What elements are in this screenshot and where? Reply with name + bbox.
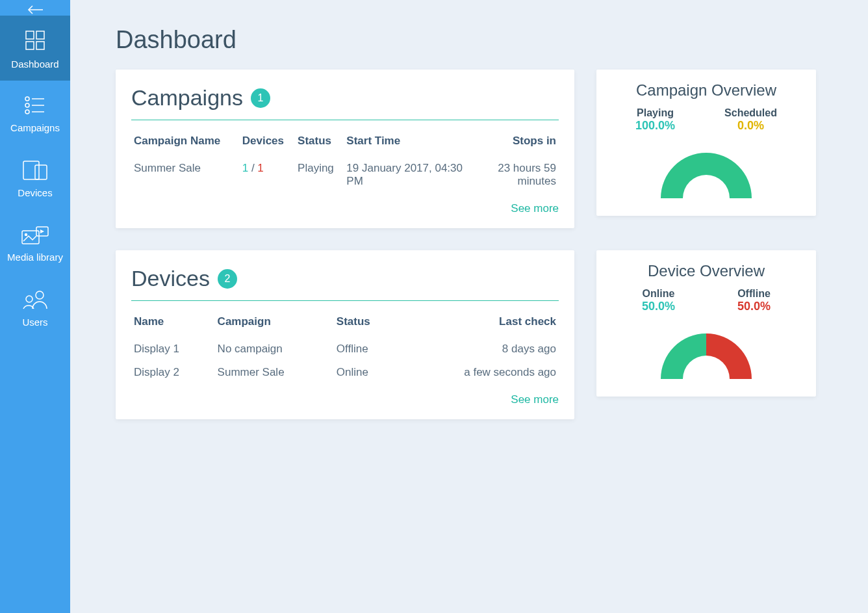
stat-value: 50.0% <box>642 300 675 313</box>
campaign-overview-title: Campaign Overview <box>611 81 802 99</box>
campaigns-header: Campaigns 1 <box>131 85 559 120</box>
stat-scheduled: Scheduled 0.0% <box>724 107 777 133</box>
gauge-chart-icon <box>651 143 761 202</box>
cell-last-check: a few seconds ago <box>398 361 559 384</box>
media-icon <box>19 224 51 246</box>
stat-label: Playing <box>635 107 675 119</box>
users-icon <box>21 289 49 311</box>
devices-total: 1 <box>257 162 263 174</box>
see-more-link[interactable]: See more <box>511 393 559 406</box>
sidebar-item-label: Devices <box>18 187 52 198</box>
row-campaigns: Campaigns 1 Campaign Name Devices Status… <box>116 70 823 228</box>
grid-icon <box>22 27 48 53</box>
svg-marker-16 <box>40 229 44 233</box>
table-header-row: Name Campaign Status Last check <box>131 310 559 337</box>
device-overview-stats: Online 50.0% Offline 50.0% <box>611 288 802 313</box>
svg-point-17 <box>36 291 44 299</box>
device-overview-card: Device Overview Online 50.0% Offline 50.… <box>596 250 816 397</box>
page-title: Dashboard <box>116 26 823 54</box>
table-row[interactable]: Summer Sale 1 / 1 Playing 19 January 201… <box>131 157 559 193</box>
cell-status: Offline <box>334 337 398 361</box>
cell-campaign-name: Summer Sale <box>131 157 240 193</box>
sidebar-item-media-library[interactable]: Media library <box>0 211 70 276</box>
gauge-chart-icon <box>651 324 761 382</box>
col-stops-in: Stops in <box>466 129 559 157</box>
campaign-overview-card: Campaign Overview Playing 100.0% Schedul… <box>596 70 816 216</box>
cell-devices: 1 / 1 <box>240 157 295 193</box>
svg-rect-2 <box>36 31 44 39</box>
stat-value: 50.0% <box>737 300 771 313</box>
svg-point-5 <box>25 97 29 101</box>
cell-status: Playing <box>295 157 344 193</box>
campaigns-card: Campaigns 1 Campaign Name Devices Status… <box>116 70 574 228</box>
svg-rect-3 <box>26 42 34 49</box>
sidebar-item-label: Dashboard <box>11 59 58 70</box>
sidebar-item-label: Campaigns <box>10 122 60 133</box>
stat-value: 100.0% <box>635 119 675 133</box>
svg-rect-4 <box>36 42 44 49</box>
sidebar-item-users[interactable]: Users <box>0 276 70 341</box>
devices-see-more: See more <box>131 393 559 406</box>
svg-rect-12 <box>35 165 47 179</box>
campaigns-title: Campaigns <box>131 85 243 111</box>
list-icon <box>22 94 48 117</box>
campaign-overview-gauge <box>611 143 802 202</box>
table-row[interactable]: Display 1No campaignOffline8 days ago <box>131 337 559 361</box>
svg-rect-11 <box>23 161 39 179</box>
col-campaign-name: Campaign Name <box>131 129 240 157</box>
sidebar-item-campaigns[interactable]: Campaigns <box>0 81 70 146</box>
table-header-row: Campaign Name Devices Status Start Time … <box>131 129 559 157</box>
cell-stops-in: 23 hours 59 minutes <box>466 157 559 193</box>
stat-label: Scheduled <box>724 107 777 119</box>
col-status: Status <box>334 310 398 337</box>
device-overview-gauge <box>611 324 802 382</box>
stat-playing: Playing 100.0% <box>635 107 675 133</box>
devices-table: Name Campaign Status Last check Display … <box>131 310 559 384</box>
devices-icon <box>21 159 49 182</box>
stat-offline: Offline 50.0% <box>737 288 771 313</box>
campaigns-table: Campaign Name Devices Status Start Time … <box>131 129 559 193</box>
svg-rect-1 <box>26 31 34 39</box>
sidebar-item-dashboard[interactable]: Dashboard <box>0 16 70 81</box>
sidebar: Dashboard Campaigns Devices <box>0 0 70 613</box>
col-start-time: Start Time <box>344 129 466 157</box>
main-content: Dashboard Campaigns 1 Campaign Name Devi… <box>70 0 868 613</box>
col-devices: Devices <box>240 129 295 157</box>
col-name: Name <box>131 310 215 337</box>
col-last-check: Last check <box>398 310 559 337</box>
svg-point-7 <box>25 103 29 107</box>
cell-campaign: Summer Sale <box>215 361 334 384</box>
campaigns-see-more: See more <box>131 202 559 215</box>
row-devices: Devices 2 Name Campaign Status Last chec… <box>116 250 823 419</box>
svg-point-18 <box>26 296 32 302</box>
table-row[interactable]: Display 2Summer SaleOnlinea few seconds … <box>131 361 559 384</box>
campaigns-count-badge: 1 <box>251 88 270 108</box>
back-button[interactable] <box>0 0 70 16</box>
cell-start-time: 19 January 2017, 04:30 PM <box>344 157 466 193</box>
device-overview-title: Device Overview <box>611 262 802 280</box>
stat-label: Online <box>642 288 675 300</box>
svg-point-14 <box>25 233 27 235</box>
campaign-overview-stats: Playing 100.0% Scheduled 0.0% <box>611 107 802 133</box>
sidebar-item-label: Media library <box>7 252 63 263</box>
devices-header: Devices 2 <box>131 266 559 301</box>
arrow-left-icon <box>26 5 44 15</box>
stat-label: Offline <box>737 288 771 300</box>
cell-name: Display 1 <box>131 337 215 361</box>
devices-sep: / <box>248 162 257 174</box>
col-status: Status <box>295 129 344 157</box>
see-more-link[interactable]: See more <box>511 202 559 215</box>
cell-name: Display 2 <box>131 361 215 384</box>
devices-count-badge: 2 <box>218 269 237 289</box>
cell-campaign: No campaign <box>215 337 334 361</box>
svg-point-9 <box>25 110 29 114</box>
cell-status: Online <box>334 361 398 384</box>
cell-last-check: 8 days ago <box>398 337 559 361</box>
sidebar-item-label: Users <box>22 317 47 328</box>
devices-card: Devices 2 Name Campaign Status Last chec… <box>116 250 574 419</box>
col-campaign: Campaign <box>215 310 334 337</box>
stat-value: 0.0% <box>724 119 777 133</box>
devices-online: 1 <box>242 162 248 174</box>
sidebar-item-devices[interactable]: Devices <box>0 146 70 211</box>
stat-online: Online 50.0% <box>642 288 675 313</box>
